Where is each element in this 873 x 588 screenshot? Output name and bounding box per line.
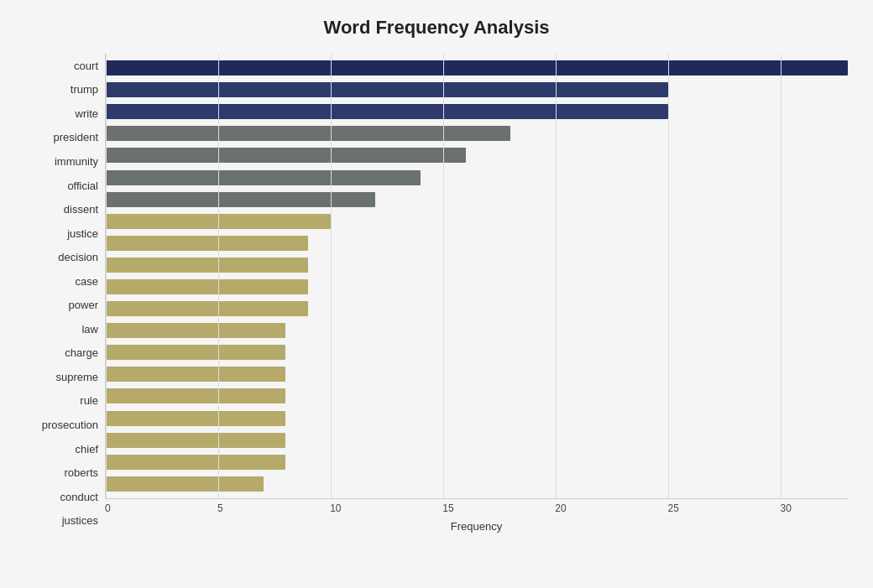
bar-row (106, 124, 848, 143)
bar-row (106, 59, 848, 77)
x-axis-label: Frequency (105, 520, 848, 533)
y-label: supreme (55, 372, 98, 382)
bar-official (106, 170, 421, 185)
y-label: power (69, 299, 98, 310)
bar-decision (106, 236, 308, 251)
y-label: official (67, 180, 98, 191)
bar-rule (106, 367, 285, 382)
chart-area: courttrumpwritepresidentimmunityofficial… (25, 54, 848, 533)
grid-line (331, 54, 332, 498)
bar-row (106, 278, 848, 296)
bar-row (106, 102, 848, 121)
y-label: charge (65, 347, 98, 358)
bar-court (106, 60, 848, 75)
y-label: court (74, 60, 98, 71)
bar-row (106, 81, 848, 99)
bar-row (106, 475, 848, 493)
grid-line (781, 54, 782, 498)
bar-trump (106, 82, 668, 97)
bar-case (106, 258, 308, 273)
y-label: dissent (64, 204, 98, 215)
bar-dissent (106, 192, 375, 207)
y-label: decision (58, 252, 98, 263)
grid-line (668, 54, 669, 498)
chart-container: Word Frequency Analysis courttrumpwritep… (0, 0, 873, 588)
bar-law (106, 301, 308, 316)
y-label: law (81, 324, 98, 335)
y-label: roberts (65, 467, 98, 478)
bar-row (106, 365, 848, 383)
bar-power (106, 279, 308, 294)
bar-row (106, 169, 848, 187)
bar-justices (106, 476, 264, 492)
bar-conduct (106, 455, 285, 470)
bar-row (106, 256, 848, 274)
y-label: president (54, 132, 98, 143)
y-labels: courttrumpwritepresidentimmunityofficial… (25, 54, 105, 533)
y-label: write (76, 108, 98, 119)
y-label: rule (80, 395, 98, 406)
bar-row (106, 431, 848, 450)
bar-supreme (106, 345, 285, 360)
bar-chief (106, 411, 285, 426)
bar-row (106, 387, 848, 405)
grid-line (443, 54, 444, 498)
x-ticks: 051015202530 (105, 499, 848, 505)
bar-row (106, 409, 848, 428)
x-axis: 051015202530 Frequency (105, 499, 848, 533)
y-label: conduct (60, 492, 98, 502)
bar-row (106, 321, 848, 340)
y-label: immunity (55, 156, 98, 167)
bar-roberts (106, 433, 285, 448)
bar-row (106, 190, 848, 209)
y-label: justices (62, 515, 98, 526)
y-label: case (76, 276, 98, 287)
grid-line (218, 54, 219, 498)
bar-row (106, 299, 848, 318)
bar-prosecution (106, 388, 285, 403)
bar-row (106, 212, 848, 231)
y-label: chief (76, 444, 98, 455)
y-label: prosecution (42, 419, 98, 430)
bar-president (106, 126, 510, 141)
chart-title: Word Frequency Analysis (25, 17, 848, 39)
bar-rows (106, 54, 848, 498)
bars-and-x: 051015202530 Frequency (105, 54, 848, 533)
y-label: justice (67, 228, 98, 239)
bar-row (106, 146, 848, 164)
bar-immunity (106, 148, 466, 163)
bar-write (106, 104, 668, 119)
bar-charge (106, 323, 285, 338)
grid-line (106, 54, 107, 498)
grid-line (556, 54, 557, 498)
y-label: trump (71, 84, 98, 95)
bar-row (106, 453, 848, 471)
bar-row (106, 234, 848, 252)
bar-row (106, 343, 848, 362)
bars-area (105, 54, 848, 499)
